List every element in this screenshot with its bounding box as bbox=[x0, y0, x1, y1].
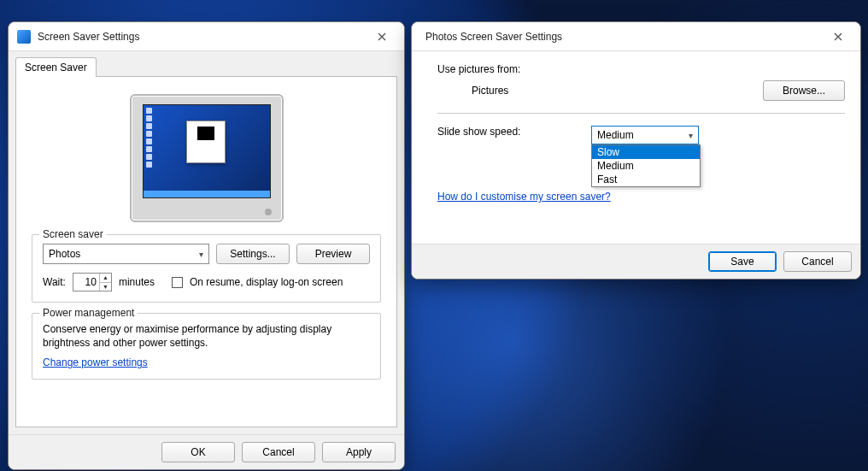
browse-button[interactable]: Browse... bbox=[763, 80, 845, 101]
screensaver-select[interactable]: Photos ▾ bbox=[43, 244, 209, 264]
speed-select[interactable]: Medium ▾ Slow Medium Fast bbox=[591, 126, 699, 144]
titlebar[interactable]: Screen Saver Settings bbox=[9, 22, 404, 51]
monitor-preview bbox=[130, 94, 284, 222]
customise-help-link[interactable]: How do I customise my screen saver? bbox=[437, 191, 845, 203]
close-button[interactable] bbox=[821, 25, 855, 49]
screensaver-select-value: Photos bbox=[49, 248, 80, 260]
speed-option-medium[interactable]: Medium bbox=[592, 159, 700, 173]
cancel-button[interactable]: Cancel bbox=[783, 251, 852, 272]
chevron-down-icon: ▾ bbox=[199, 250, 203, 259]
speed-option-fast[interactable]: Fast bbox=[592, 173, 700, 186]
settings-button[interactable]: Settings... bbox=[216, 244, 290, 264]
app-icon bbox=[17, 30, 31, 44]
use-pictures-label: Use pictures from: bbox=[437, 63, 845, 75]
speed-dropdown: Slow Medium Fast bbox=[591, 144, 701, 187]
close-button[interactable] bbox=[365, 25, 399, 49]
tab-strip: Screen Saver bbox=[9, 51, 404, 76]
pictures-folder-value: Pictures bbox=[472, 85, 508, 97]
tab-body: Screen saver Photos ▾ Settings... Previe… bbox=[15, 76, 397, 427]
close-icon bbox=[834, 32, 842, 41]
preview-area bbox=[32, 89, 381, 234]
dialog-footer: OK Cancel Apply bbox=[9, 434, 404, 469]
group-legend: Screen saver bbox=[39, 228, 107, 240]
speed-select-value: Medium bbox=[597, 129, 634, 141]
dialog-body: Use pictures from: Pictures Browse... Sl… bbox=[412, 51, 860, 244]
spin-down-icon[interactable]: ▼ bbox=[100, 283, 111, 291]
tab-screen-saver[interactable]: Screen Saver bbox=[15, 57, 97, 77]
wait-input[interactable] bbox=[73, 274, 99, 291]
power-text: Conserve energy or maximise performance … bbox=[43, 322, 370, 350]
resume-checkbox-label: On resume, display log-on screen bbox=[190, 276, 343, 288]
photos-screen-saver-settings-dialog: Photos Screen Saver Settings Use picture… bbox=[411, 21, 861, 280]
change-power-settings-link[interactable]: Change power settings bbox=[43, 356, 148, 368]
ok-button[interactable]: OK bbox=[161, 442, 235, 462]
mini-dialog-preview bbox=[186, 121, 226, 163]
speed-option-slow[interactable]: Slow bbox=[592, 145, 700, 159]
window-title: Photos Screen Saver Settings bbox=[420, 31, 821, 43]
cancel-button[interactable]: Cancel bbox=[242, 442, 315, 462]
screen-saver-group: Screen saver Photos ▾ Settings... Previe… bbox=[32, 234, 381, 303]
close-icon bbox=[378, 32, 386, 41]
save-button[interactable]: Save bbox=[708, 251, 777, 272]
speed-label: Slide show speed: bbox=[437, 126, 591, 138]
wait-label: Wait: bbox=[43, 276, 66, 288]
resume-checkbox[interactable] bbox=[172, 277, 183, 288]
divider bbox=[437, 113, 845, 114]
wait-unit: minutes bbox=[119, 276, 155, 288]
apply-button[interactable]: Apply bbox=[322, 442, 396, 462]
titlebar[interactable]: Photos Screen Saver Settings bbox=[412, 22, 860, 51]
group-legend: Power management bbox=[39, 307, 138, 319]
preview-button[interactable]: Preview bbox=[296, 244, 370, 264]
monitor-screen bbox=[143, 104, 271, 198]
chevron-down-icon: ▾ bbox=[689, 131, 693, 140]
dialog-footer: Save Cancel bbox=[412, 244, 860, 279]
window-title: Screen Saver Settings bbox=[38, 31, 365, 43]
wait-spinner[interactable]: ▲ ▼ bbox=[73, 273, 112, 291]
screen-saver-settings-dialog: Screen Saver Settings Screen Saver Scree… bbox=[8, 21, 405, 470]
power-management-group: Power management Conserve energy or maxi… bbox=[32, 313, 381, 380]
spin-up-icon[interactable]: ▲ bbox=[100, 274, 111, 283]
